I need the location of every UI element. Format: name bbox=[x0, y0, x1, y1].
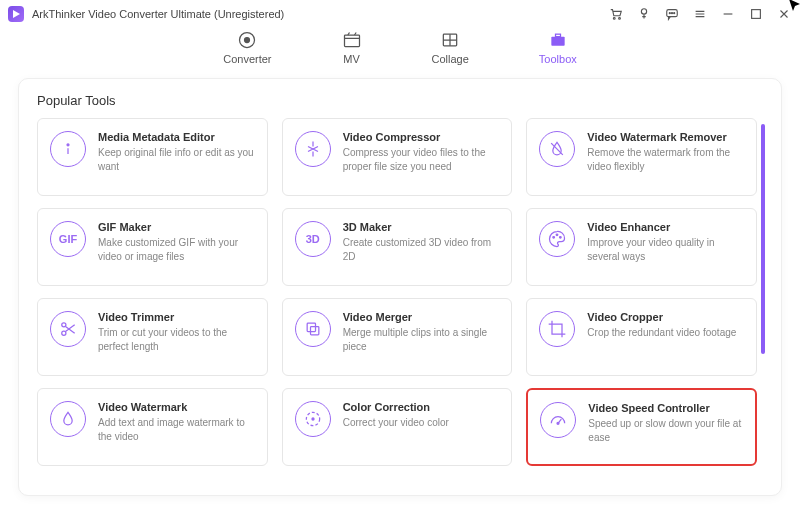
tool-title: Video Trimmer bbox=[98, 311, 255, 323]
scrollbar[interactable] bbox=[761, 124, 765, 354]
tool-desc: Improve your video quality in several wa… bbox=[587, 236, 744, 263]
tool-title: Video Merger bbox=[343, 311, 500, 323]
tab-label: Toolbox bbox=[539, 53, 577, 65]
svg-rect-8 bbox=[752, 10, 761, 19]
tool-desc: Add text and image watermark to the vide… bbox=[98, 416, 255, 443]
svg-point-19 bbox=[62, 323, 66, 327]
section-title: Popular Tools bbox=[37, 93, 769, 108]
tool-3d-maker[interactable]: 3D 3D MakerCreate customized 3D video fr… bbox=[282, 208, 513, 286]
menu-icon[interactable] bbox=[692, 6, 708, 22]
tool-desc: Remove the watermark from the video flex… bbox=[587, 146, 744, 173]
svg-marker-0 bbox=[13, 10, 20, 18]
tool-video-watermark[interactable]: Video WatermarkAdd text and image waterm… bbox=[37, 388, 268, 466]
cursor-icon bbox=[787, 0, 800, 17]
tool-title: Video Enhancer bbox=[587, 221, 744, 233]
cart-icon[interactable] bbox=[608, 6, 624, 22]
titlebar: ArkThinker Video Converter Ultimate (Unr… bbox=[0, 0, 800, 28]
svg-point-2 bbox=[619, 18, 621, 20]
svg-point-17 bbox=[556, 234, 558, 236]
tool-video-watermark-remover[interactable]: Video Watermark RemoverRemove the waterm… bbox=[526, 118, 757, 196]
tools-grid: Media Metadata EditorKeep original file … bbox=[37, 118, 757, 466]
droplet-slash-icon bbox=[539, 131, 575, 167]
tool-desc: Speed up or slow down your file at ease bbox=[588, 417, 743, 444]
svg-point-18 bbox=[560, 237, 562, 239]
tool-video-enhancer[interactable]: Video EnhancerImprove your video quality… bbox=[526, 208, 757, 286]
main-tabs: Converter MV Collage Toolbox bbox=[0, 28, 800, 78]
info-icon bbox=[50, 131, 86, 167]
svg-point-7 bbox=[674, 13, 675, 14]
svg-point-5 bbox=[669, 13, 670, 14]
tool-title: GIF Maker bbox=[98, 221, 255, 233]
color-wheel-icon bbox=[295, 401, 331, 437]
svg-point-15 bbox=[67, 144, 69, 146]
svg-point-25 bbox=[557, 422, 559, 424]
tool-desc: Create customized 3D video from 2D bbox=[343, 236, 500, 263]
tool-video-trimmer[interactable]: Video TrimmerTrim or cut your videos to … bbox=[37, 298, 268, 376]
svg-point-16 bbox=[553, 237, 555, 239]
minimize-icon[interactable] bbox=[720, 6, 736, 22]
key-icon[interactable] bbox=[636, 6, 652, 22]
tab-mv[interactable]: MV bbox=[342, 30, 362, 65]
window-controls bbox=[608, 6, 792, 22]
tool-title: Media Metadata Editor bbox=[98, 131, 255, 143]
tool-title: Video Speed Controller bbox=[588, 402, 743, 414]
tool-desc: Correct your video color bbox=[343, 416, 500, 430]
scissors-icon bbox=[50, 311, 86, 347]
tool-desc: Trim or cut your videos to the perfect l… bbox=[98, 326, 255, 353]
3d-icon: 3D bbox=[295, 221, 331, 257]
svg-point-24 bbox=[311, 417, 314, 420]
app-logo bbox=[8, 6, 24, 22]
tab-collage[interactable]: Collage bbox=[432, 30, 469, 65]
crop-icon bbox=[539, 311, 575, 347]
tool-title: 3D Maker bbox=[343, 221, 500, 233]
tool-desc: Make customized GIF with your video or i… bbox=[98, 236, 255, 263]
tab-toolbox[interactable]: Toolbox bbox=[539, 30, 577, 65]
svg-point-6 bbox=[671, 13, 672, 14]
tools-panel: Popular Tools Media Metadata EditorKeep … bbox=[18, 78, 782, 496]
svg-point-10 bbox=[245, 38, 250, 43]
tool-desc: Merge multiple clips into a single piece bbox=[343, 326, 500, 353]
tool-media-metadata-editor[interactable]: Media Metadata EditorKeep original file … bbox=[37, 118, 268, 196]
feedback-icon[interactable] bbox=[664, 6, 680, 22]
svg-point-3 bbox=[641, 9, 646, 14]
svg-rect-13 bbox=[551, 37, 564, 46]
tool-title: Color Correction bbox=[343, 401, 500, 413]
tab-label: Collage bbox=[432, 53, 469, 65]
tool-video-speed-controller[interactable]: Video Speed ControllerSpeed up or slow d… bbox=[526, 388, 757, 466]
tool-desc: Compress your video files to the proper … bbox=[343, 146, 500, 173]
svg-rect-22 bbox=[310, 327, 318, 335]
tab-converter[interactable]: Converter bbox=[223, 30, 271, 65]
maximize-icon[interactable] bbox=[748, 6, 764, 22]
tab-label: Converter bbox=[223, 53, 271, 65]
tool-desc: Crop the redundant video footage bbox=[587, 326, 744, 340]
droplet-icon bbox=[50, 401, 86, 437]
tab-label: MV bbox=[343, 53, 360, 65]
gauge-icon bbox=[540, 402, 576, 438]
window-title: ArkThinker Video Converter Ultimate (Unr… bbox=[32, 8, 284, 20]
svg-rect-11 bbox=[344, 35, 359, 47]
merge-icon bbox=[295, 311, 331, 347]
tool-video-compressor[interactable]: Video CompressorCompress your video file… bbox=[282, 118, 513, 196]
tool-title: Video Watermark Remover bbox=[587, 131, 744, 143]
svg-rect-21 bbox=[307, 323, 315, 331]
tool-video-merger[interactable]: Video MergerMerge multiple clips into a … bbox=[282, 298, 513, 376]
tool-title: Video Watermark bbox=[98, 401, 255, 413]
tool-title: Video Compressor bbox=[343, 131, 500, 143]
svg-rect-14 bbox=[555, 34, 560, 37]
tool-desc: Keep original file info or edit as you w… bbox=[98, 146, 255, 173]
svg-point-1 bbox=[613, 18, 615, 20]
svg-point-20 bbox=[62, 331, 66, 335]
tool-video-cropper[interactable]: Video CropperCrop the redundant video fo… bbox=[526, 298, 757, 376]
tool-title: Video Cropper bbox=[587, 311, 744, 323]
palette-icon bbox=[539, 221, 575, 257]
tool-color-correction[interactable]: Color CorrectionCorrect your video color bbox=[282, 388, 513, 466]
compress-icon bbox=[295, 131, 331, 167]
tool-gif-maker[interactable]: GIF GIF MakerMake customized GIF with yo… bbox=[37, 208, 268, 286]
gif-icon: GIF bbox=[50, 221, 86, 257]
